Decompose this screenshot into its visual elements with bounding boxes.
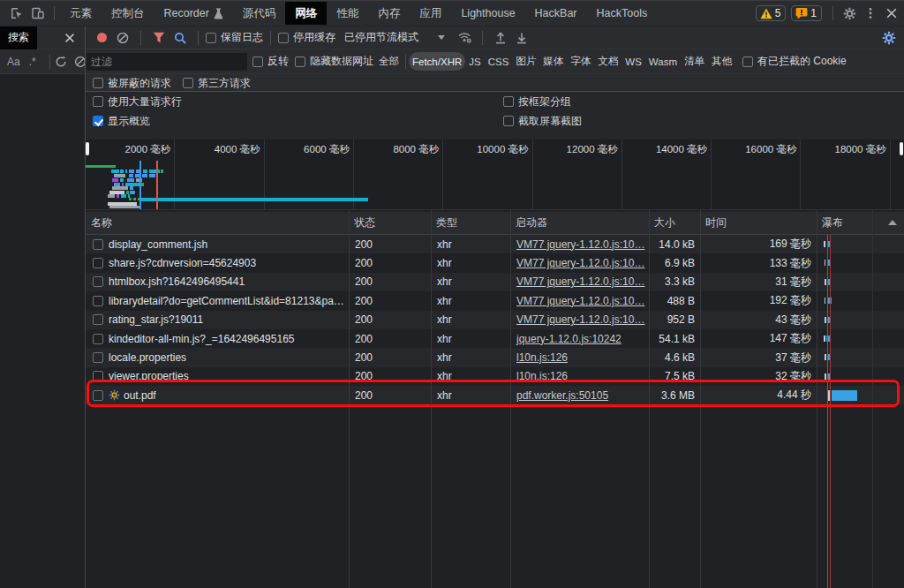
blocked-requests-checkbox[interactable]: 被屏蔽的请求 — [93, 76, 171, 91]
tab-性能[interactable]: 性能 — [327, 2, 368, 25]
column-header-大小[interactable]: 大小 — [649, 212, 700, 234]
filter-pill-wasm[interactable]: Wasm — [645, 52, 681, 71]
network-conditions-icon[interactable] — [454, 27, 475, 49]
clear-network-log-button[interactable] — [112, 27, 133, 49]
warnings-badge[interactable]: 5 — [756, 5, 787, 21]
request-initiator-link[interactable]: l10n.js:126 — [516, 370, 568, 382]
tab-search[interactable]: 搜索 — [0, 26, 37, 49]
request-row-display_comment.jsh[interactable]: display_comment.jsh200xhrVM77 jquery-1.1… — [86, 235, 904, 253]
regex-button[interactable]: .* — [29, 56, 36, 68]
filter-pill-ws[interactable]: WS — [622, 52, 645, 71]
filter-pill-清单[interactable]: 清单 — [681, 52, 708, 71]
request-row-checkbox[interactable] — [93, 334, 103, 344]
column-header-类型[interactable]: 类型 — [431, 212, 510, 234]
request-initiator-link[interactable]: jquery-1.12.0.js:10242 — [516, 333, 622, 345]
third-party-checkbox[interactable]: 第三方请求 — [183, 76, 251, 91]
tab-lighthouse[interactable]: Lighthouse — [451, 2, 524, 25]
more-options-kebab-icon[interactable] — [860, 3, 881, 24]
capture-screenshots-checkbox[interactable]: 截取屏幕截图 — [503, 114, 582, 129]
filter-pill-其他[interactable]: 其他 — [708, 52, 735, 71]
tab-网络[interactable]: 网络 — [285, 2, 327, 25]
settings-gear-icon[interactable] — [839, 3, 860, 24]
refresh-icon[interactable] — [55, 56, 67, 68]
filter-pill-all[interactable]: 全部 — [375, 52, 403, 71]
request-row-checkbox[interactable] — [93, 371, 103, 381]
filter-pill-css[interactable]: CSS — [485, 52, 513, 71]
request-initiator-link[interactable]: l10n.js:126 — [516, 351, 568, 364]
filter-input[interactable] — [87, 53, 247, 71]
issues-badge[interactable]: 1 — [791, 5, 822, 21]
request-row-share.js_cdnversion_45624903[interactable]: share.js?cdnversion=45624903200xhrVM77 j… — [86, 253, 904, 272]
filter-pill-fetch-xhr[interactable]: Fetch/XHR — [409, 52, 465, 71]
filter-pill-字体[interactable]: 字体 — [567, 52, 594, 71]
blocked-cookies-checkbox[interactable]: 有已拦截的 Cookie — [742, 54, 847, 69]
filter-pill-文档[interactable]: 文档 — [594, 52, 622, 71]
match-case-button[interactable]: Aa — [7, 56, 20, 68]
tab-元素[interactable]: 元素 — [60, 2, 102, 25]
filter-pill-图片[interactable]: 图片 — [512, 52, 539, 71]
request-initiator-link[interactable]: VM77 jquery-1.12.0.js:10… — [516, 313, 644, 326]
request-initiator-link[interactable]: VM77 jquery-1.12.0.js:10… — [516, 257, 644, 269]
request-row-checkbox[interactable] — [93, 296, 103, 306]
column-separator[interactable] — [817, 210, 817, 588]
tab-控制台[interactable]: 控制台 — [102, 2, 154, 25]
request-initiator-link[interactable]: VM77 jquery-1.12.0.js:10… — [516, 295, 644, 307]
filter-pill-js[interactable]: JS — [465, 52, 484, 71]
filter-funnel-icon[interactable] — [148, 27, 170, 49]
column-separator[interactable] — [431, 210, 432, 588]
column-header-名称[interactable]: 名称 — [86, 212, 349, 234]
network-settings-gear-icon[interactable] — [878, 27, 900, 49]
device-toolbar-icon[interactable] — [27, 3, 49, 24]
request-row-checkbox[interactable] — [93, 239, 103, 250]
request-row-locale.properties[interactable]: locale.properties200xhrl10n.js:1264.6 kB… — [86, 348, 904, 366]
show-overview-checkbox[interactable]: 显示概览 — [93, 114, 150, 129]
record-button[interactable] — [91, 27, 112, 49]
filter-pill-媒体[interactable]: 媒体 — [539, 52, 567, 71]
network-overview-timeline[interactable]: 2000 毫秒4000 毫秒6000 毫秒8000 毫秒10000 毫秒1200… — [86, 139, 904, 210]
request-row-out.pdf[interactable]: out.pdf200xhrpdf.worker.js:501053.6 MB4.… — [86, 386, 904, 404]
request-row-checkbox[interactable] — [93, 390, 103, 401]
tab-hacktools[interactable]: HackTools — [587, 2, 658, 25]
group-by-frame-checkbox[interactable]: 按框架分组 — [503, 94, 571, 109]
clear-search-icon[interactable] — [74, 56, 85, 68]
column-header-瀑布[interactable]: 瀑布 — [817, 212, 903, 234]
request-row-rating_star.js_19011[interactable]: rating_star.js?19011200xhrVM77 jquery-1.… — [86, 311, 904, 329]
request-row-kindeditor-all-min.js___1642496495165[interactable]: kindeditor-all-min.js?_=1642496495165200… — [86, 329, 904, 348]
overview-right-handle[interactable] — [900, 142, 903, 155]
column-separator[interactable] — [649, 210, 650, 588]
tab-内存[interactable]: 内存 — [368, 2, 410, 25]
column-separator[interactable] — [349, 210, 350, 588]
throttling-dropdown[interactable]: 已停用节流模式 — [344, 30, 445, 45]
tab-源代码[interactable]: 源代码 — [233, 2, 286, 25]
column-header-时间[interactable]: 时间 — [700, 212, 817, 234]
request-row-checkbox[interactable] — [93, 276, 103, 287]
request-row-librarydetail_do_getCommentList_id_81213_pa_[interactable]: librarydetail?do=getCommentList&id=81213… — [86, 291, 904, 310]
column-separator[interactable] — [510, 210, 511, 588]
request-initiator-link[interactable]: pdf.worker.js:50105 — [516, 389, 608, 402]
request-row-htmlbox.jsh_1642496495441[interactable]: htmlbox.jsh?1642496495441200xhrVM77 jque… — [86, 273, 904, 291]
overview-left-handle[interactable] — [86, 142, 89, 155]
column-separator[interactable] — [700, 210, 701, 588]
column-header-状态[interactable]: 状态 — [349, 212, 431, 234]
hide-data-urls-checkbox[interactable]: 隐藏数据网址 — [295, 54, 373, 69]
request-row-checkbox[interactable] — [93, 352, 103, 363]
tab-recorder[interactable]: Recorder — [154, 2, 233, 25]
request-row-checkbox[interactable] — [93, 258, 103, 268]
request-row-checkbox[interactable] — [93, 314, 103, 325]
import-har-icon[interactable] — [490, 27, 511, 49]
request-initiator-link[interactable]: VM77 jquery-1.12.0.js:10… — [516, 238, 644, 251]
invert-checkbox[interactable]: 反转 — [252, 54, 289, 69]
tab-应用[interactable]: 应用 — [410, 2, 451, 25]
inspect-element-icon[interactable] — [6, 3, 27, 24]
request-row-viewer.properties[interactable]: viewer.properties200xhrl10n.js:1267.5 kB… — [86, 367, 904, 386]
export-har-icon[interactable] — [511, 27, 532, 49]
preserve-log-checkbox[interactable]: 保留日志 — [206, 30, 263, 45]
column-header-启动器[interactable]: 启动器 — [510, 212, 649, 234]
tab-hackbar[interactable]: HackBar — [525, 2, 587, 25]
big-request-rows-checkbox[interactable]: 使用大量请求行 — [93, 94, 182, 109]
close-search-icon[interactable] — [64, 33, 75, 43]
search-network-icon[interactable] — [170, 27, 191, 49]
close-devtools-icon[interactable] — [881, 3, 902, 24]
request-initiator-link[interactable]: VM77 jquery-1.12.0.js:10… — [516, 275, 644, 288]
disable-cache-checkbox[interactable]: 停用缓存 — [278, 30, 335, 45]
